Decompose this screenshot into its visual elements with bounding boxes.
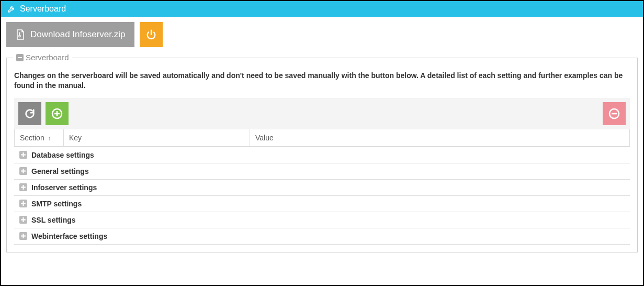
topbar: Serverboard bbox=[1, 1, 643, 17]
col-value[interactable]: Value bbox=[250, 129, 630, 147]
group-label: Webinterface settings bbox=[31, 232, 107, 240]
sort-asc-icon: ↑ bbox=[48, 135, 51, 142]
plus-circle-icon bbox=[51, 107, 63, 120]
refresh-icon bbox=[24, 108, 36, 119]
group-label: SSL settings bbox=[31, 216, 76, 224]
svg-rect-7 bbox=[21, 171, 26, 172]
svg-rect-9 bbox=[21, 187, 26, 188]
group-ssl-settings[interactable]: SSL settings bbox=[14, 212, 630, 228]
group-database-settings[interactable]: Database settings bbox=[14, 147, 630, 163]
group-label: General settings bbox=[31, 167, 89, 175]
svg-rect-15 bbox=[21, 236, 26, 237]
group-general-settings[interactable]: General settings bbox=[14, 163, 630, 180]
group-smtp-settings[interactable]: SMTP settings bbox=[14, 196, 630, 212]
svg-rect-1 bbox=[18, 57, 22, 58]
col-section[interactable]: Section ↑ bbox=[15, 129, 64, 147]
settings-table: Section ↑ Key Value bbox=[14, 129, 630, 147]
download-button[interactable]: Download Infoserver.zip bbox=[6, 22, 134, 47]
legend-text: Serverboard bbox=[26, 53, 69, 62]
wrench-icon bbox=[7, 5, 16, 13]
table-groups: Database settings General settings Infos… bbox=[14, 147, 630, 245]
power-icon bbox=[145, 29, 157, 40]
refresh-button[interactable] bbox=[18, 102, 41, 125]
group-label: Infoserver settings bbox=[31, 183, 97, 192]
group-label: SMTP settings bbox=[31, 200, 82, 208]
action-toolbar: Download Infoserver.zip bbox=[1, 17, 643, 52]
file-zip-icon bbox=[16, 29, 25, 40]
plus-icon bbox=[19, 216, 27, 224]
plus-icon bbox=[19, 200, 27, 207]
plus-icon bbox=[19, 183, 27, 191]
group-label: Database settings bbox=[31, 151, 94, 159]
add-button[interactable] bbox=[46, 102, 69, 125]
serverboard-fieldset: Serverboard Changes on the serverboard w… bbox=[6, 58, 638, 252]
minus-icon bbox=[16, 54, 24, 61]
group-webinterface-settings[interactable]: Webinterface settings bbox=[14, 228, 630, 245]
svg-rect-13 bbox=[21, 219, 26, 221]
power-button[interactable] bbox=[140, 22, 163, 47]
plus-icon bbox=[19, 151, 27, 159]
fieldset-legend[interactable]: Serverboard bbox=[13, 53, 72, 62]
notice-text: Changes on the serverboard will be saved… bbox=[14, 71, 630, 91]
svg-point-0 bbox=[19, 35, 20, 37]
svg-rect-5 bbox=[21, 155, 26, 156]
page-title: Serverboard bbox=[20, 4, 66, 14]
group-infoserver-settings[interactable]: Infoserver settings bbox=[14, 180, 630, 196]
remove-button[interactable] bbox=[603, 102, 626, 125]
plus-icon bbox=[19, 232, 27, 240]
download-label: Download Infoserver.zip bbox=[30, 29, 125, 40]
table-toolbar bbox=[14, 98, 630, 129]
plus-icon bbox=[19, 167, 27, 175]
col-key[interactable]: Key bbox=[64, 129, 250, 147]
minus-circle-icon bbox=[608, 107, 620, 120]
svg-rect-11 bbox=[21, 203, 26, 204]
